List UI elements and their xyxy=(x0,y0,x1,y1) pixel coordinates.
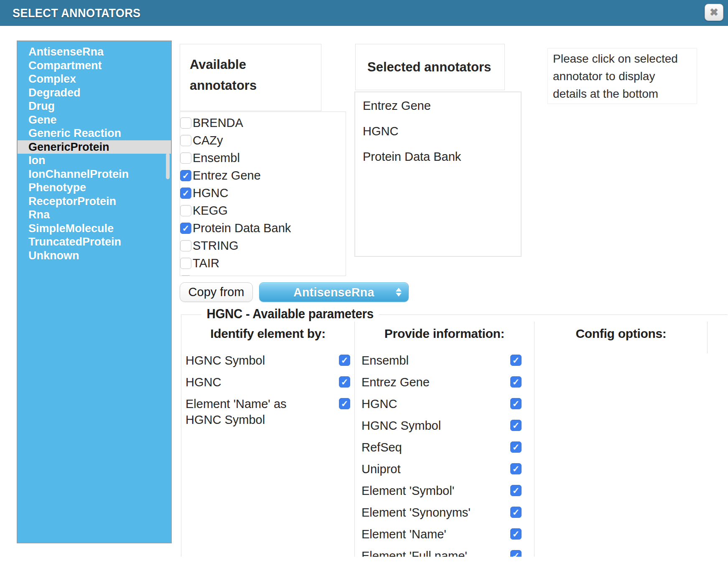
sidebar-item-antisenserna[interactable]: AntisenseRna xyxy=(18,45,171,59)
checkbox-unchecked[interactable] xyxy=(180,275,191,276)
annotator-type-list: AntisenseRnaCompartmentComplexDegradedDr… xyxy=(17,41,172,543)
checkbox-checked[interactable]: ✓ xyxy=(510,507,522,518)
check-icon: ✓ xyxy=(341,356,349,365)
check-icon: ✓ xyxy=(512,551,520,557)
checkbox-checked[interactable]: ✓ xyxy=(339,398,350,409)
checkbox-checked[interactable]: ✓ xyxy=(180,223,191,234)
check-icon: ✓ xyxy=(512,421,520,430)
copy-from-row: Copy from AntisenseRna xyxy=(180,282,409,302)
sidebar-item-genericprotein[interactable]: GenericProtein xyxy=(18,140,171,154)
check-icon: ✓ xyxy=(182,224,190,233)
checkbox-unchecked[interactable] xyxy=(180,135,191,146)
column-title-config: Config options: xyxy=(535,322,708,341)
parameter-label: HGNC xyxy=(186,374,221,390)
available-annotator-entrez-gene[interactable]: ✓Entrez Gene xyxy=(180,167,346,184)
check-icon: ✓ xyxy=(512,486,520,495)
sidebar-item-generic-reaction[interactable]: Generic Reaction xyxy=(18,127,171,140)
check-icon: ✓ xyxy=(512,464,520,473)
parameter-row-element-full-name: Element 'Full name'✓ xyxy=(355,548,534,557)
check-icon: ✓ xyxy=(341,399,349,408)
annotator-label: Ensembl xyxy=(193,151,240,165)
available-annotators-list: BRENDACAZyEnsembl✓Entrez Gene✓HGNCKEGG✓P… xyxy=(180,112,346,276)
selected-annotator-protein-data-bank[interactable]: Protein Data Bank xyxy=(363,151,521,163)
check-icon: ✓ xyxy=(512,399,520,408)
sidebar-item-rna[interactable]: Rna xyxy=(18,208,171,222)
checkbox-unchecked[interactable] xyxy=(180,205,191,216)
available-annotator-tair[interactable]: TAIR xyxy=(180,254,346,272)
parameter-row-refseq: RefSeq✓ xyxy=(355,439,534,455)
checkbox-checked[interactable]: ✓ xyxy=(510,441,522,453)
selected-annotators-heading: Selected annotators xyxy=(355,44,505,90)
available-annotator-protein-data-bank[interactable]: ✓Protein Data Bank xyxy=(180,219,346,237)
available-annotator-brenda[interactable]: BRENDA xyxy=(180,114,346,132)
parameter-row-element-synonyms: Element 'Synonyms'✓ xyxy=(355,505,534,520)
checkbox-checked[interactable]: ✓ xyxy=(180,188,191,199)
check-icon: ✓ xyxy=(512,443,520,451)
parameter-label: Element 'Symbol' xyxy=(361,483,454,499)
sidebar-item-ion[interactable]: Ion xyxy=(18,154,171,167)
sidebar-item-phenotype[interactable]: Phenotype xyxy=(18,181,171,195)
checkbox-checked[interactable]: ✓ xyxy=(339,376,350,388)
sidebar-item-truncatedprotein[interactable]: TruncatedProtein xyxy=(18,235,171,249)
chevron-up-icon xyxy=(396,288,402,292)
checkbox-checked[interactable]: ✓ xyxy=(180,170,191,181)
parameters-legend: HGNC - Available parameters xyxy=(201,307,379,322)
available-annotator-string[interactable]: STRING xyxy=(180,237,346,254)
column-identify-element-by: Identify element by: HGNC Symbol✓HGNC✓El… xyxy=(181,322,355,557)
column-divider xyxy=(707,322,708,353)
parameter-label: Element 'Synonyms' xyxy=(361,505,471,520)
parameters-columns: Identify element by: HGNC Symbol✓HGNC✓El… xyxy=(181,322,728,557)
checkbox-checked[interactable]: ✓ xyxy=(510,376,522,388)
checkbox-unchecked[interactable] xyxy=(180,152,191,164)
sidebar-item-degraded[interactable]: Degraded xyxy=(18,86,171,100)
available-annotator-cazy[interactable]: CAZy xyxy=(180,132,346,149)
checkbox-checked[interactable]: ✓ xyxy=(510,528,522,540)
parameter-label: Ensembl xyxy=(361,352,409,368)
sidebar-item-compartment[interactable]: Compartment xyxy=(18,59,171,73)
checkbox-checked[interactable]: ✓ xyxy=(510,463,522,474)
checkbox-checked[interactable]: ✓ xyxy=(339,355,350,366)
copy-from-select[interactable]: AntisenseRna xyxy=(259,282,409,302)
checkbox-checked[interactable]: ✓ xyxy=(510,355,522,366)
chevron-down-icon xyxy=(396,293,402,297)
checkbox-checked[interactable]: ✓ xyxy=(510,420,522,431)
sidebar-item-drug[interactable]: Drug xyxy=(18,99,171,113)
checkbox-unchecked[interactable] xyxy=(180,117,191,129)
checkbox-unchecked[interactable] xyxy=(180,240,191,251)
annotator-label: BRENDA xyxy=(193,116,243,130)
parameter-label: Entrez Gene xyxy=(361,374,430,390)
sidebar-item-receptorprotein[interactable]: ReceptorProtein xyxy=(18,195,171,208)
dialog-titlebar: SELECT ANNOTATORS xyxy=(0,0,728,26)
available-annotator-ensembl[interactable]: Ensembl xyxy=(180,149,346,167)
available-annotator-uniprot[interactable]: Uniprot xyxy=(180,272,346,276)
available-annotator-kegg[interactable]: KEGG xyxy=(180,202,346,219)
parameter-label: HGNC xyxy=(361,396,397,412)
select-spinner-icon xyxy=(396,283,402,302)
sidebar-scrollbar-thumb[interactable] xyxy=(166,153,170,179)
annotator-label: TAIR xyxy=(193,256,219,270)
close-button[interactable]: ✖ xyxy=(705,4,723,21)
sidebar-item-unknown[interactable]: Unknown xyxy=(18,249,171,263)
sidebar-item-simplemolecule[interactable]: SimpleMolecule xyxy=(18,222,171,236)
checkbox-unchecked[interactable] xyxy=(180,258,191,269)
parameter-label: Element 'Name' as HGNC Symbol xyxy=(186,396,311,428)
selected-annotator-entrez-gene[interactable]: Entrez Gene xyxy=(363,100,521,112)
sidebar-item-ionchannelprotein[interactable]: IonChannelProtein xyxy=(18,167,171,181)
parameter-row-hgnc: HGNC✓ xyxy=(181,374,354,390)
checkbox-checked[interactable]: ✓ xyxy=(510,550,522,557)
parameter-row-uniprot: Uniprot✓ xyxy=(355,461,534,477)
copy-from-button[interactable]: Copy from xyxy=(180,282,253,302)
parameter-label: Element 'Name' xyxy=(361,526,446,542)
annotator-label: Protein Data Bank xyxy=(193,221,291,235)
selected-annotators-list: Entrez GeneHGNCProtein Data Bank xyxy=(354,91,522,257)
check-icon: ✓ xyxy=(512,378,520,386)
sidebar-item-complex[interactable]: Complex xyxy=(18,72,171,86)
sidebar-item-gene[interactable]: Gene xyxy=(18,113,171,127)
checkbox-checked[interactable]: ✓ xyxy=(510,398,522,409)
parameter-row-element-name-as-hgnc-symbol: Element 'Name' as HGNC Symbol✓ xyxy=(181,396,354,428)
available-annotator-hgnc[interactable]: ✓HGNC xyxy=(180,184,346,202)
checkbox-checked[interactable]: ✓ xyxy=(510,485,522,496)
parameter-label: RefSeq xyxy=(361,439,402,455)
selected-annotator-hgnc[interactable]: HGNC xyxy=(363,125,521,137)
parameter-label: HGNC Symbol xyxy=(186,352,265,368)
